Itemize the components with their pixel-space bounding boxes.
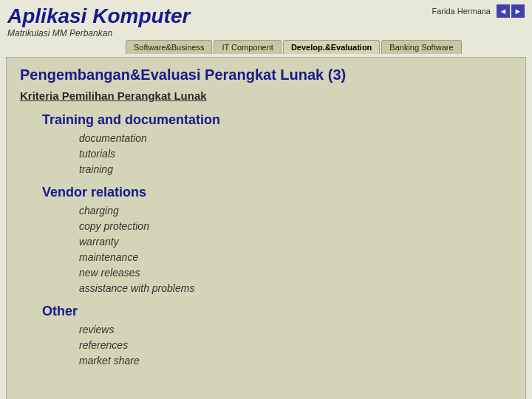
tab-banking-software[interactable]: Banking Software <box>381 40 461 54</box>
category-other-items: reviews references market share <box>79 322 512 369</box>
list-item: market share <box>79 353 512 369</box>
tab-bar: Software&Business IT Component Develop.&… <box>0 40 532 54</box>
tab-software-business[interactable]: Software&Business <box>126 40 212 54</box>
list-item: reviews <box>79 322 512 338</box>
list-item: charging <box>79 203 512 219</box>
category-training-title: Training and documentation <box>42 112 512 128</box>
nav-arrows[interactable]: ◄ ► <box>497 4 525 18</box>
list-item: training <box>79 162 512 177</box>
arrow-right-button[interactable]: ► <box>511 4 525 18</box>
content-area: Pengembangan&Evaluasi Perangkat Lunak (3… <box>6 57 526 399</box>
category-other-title: Other <box>42 304 512 319</box>
arrow-left-button[interactable]: ◄ <box>497 4 510 18</box>
farida-label: Farida Hermana <box>432 7 491 16</box>
category-vendor-title: Vendor relations <box>42 185 512 200</box>
list-item: maintenance <box>79 250 512 265</box>
category-other: Other reviews references market share <box>42 304 512 369</box>
list-item: warranty <box>79 234 512 250</box>
subtitle: Matrikulasi MM Perbankan <box>7 28 190 38</box>
tab-it-component[interactable]: IT Component <box>214 40 282 54</box>
list-item: tutorials <box>79 146 512 162</box>
list-item: references <box>79 338 512 353</box>
app-title: Aplikasi Komputer <box>7 4 190 28</box>
category-training: Training and documentation documentation… <box>42 112 512 177</box>
header: Aplikasi Komputer Matrikulasi MM Perbank… <box>0 0 532 40</box>
tab-develop-evaluation[interactable]: Develop.&Evaluation <box>283 40 380 54</box>
category-vendor-items: charging copy protection warranty mainte… <box>79 203 512 296</box>
list-item: assistance with problems <box>79 281 512 296</box>
header-right: Farida Hermana ◄ ► <box>432 4 525 18</box>
category-vendor: Vendor relations charging copy protectio… <box>42 185 512 296</box>
page-title: Pengembangan&Evaluasi Perangkat Lunak (3… <box>20 66 512 83</box>
section-heading: Kriteria Pemilihan Perangkat Lunak <box>20 89 512 102</box>
list-item: copy protection <box>79 219 512 234</box>
list-item: new releases <box>79 265 512 281</box>
category-training-items: documentation tutorials training <box>79 131 512 177</box>
app-title-block: Aplikasi Komputer Matrikulasi MM Perbank… <box>7 4 190 38</box>
list-item: documentation <box>79 131 512 146</box>
